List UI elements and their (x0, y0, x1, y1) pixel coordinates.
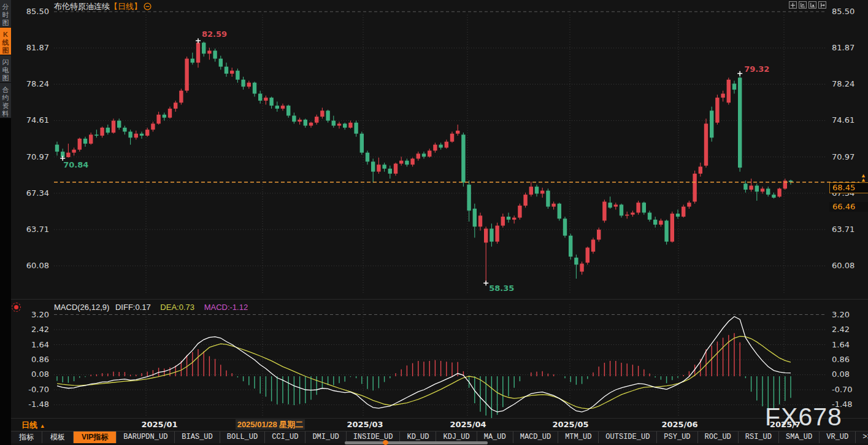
candle-body (597, 230, 601, 239)
candle-body (602, 202, 606, 221)
price-axis-label: 78.24 (21, 79, 49, 88)
candle-body (269, 98, 273, 106)
candle-body (241, 80, 245, 87)
macd-axis-label: 1.64 (21, 340, 49, 349)
candle-body (337, 123, 341, 125)
circle-minus-icon[interactable] (144, 2, 152, 12)
indicator-tab-OUTSIDE_UD[interactable]: OUTSIDE_UD (599, 431, 657, 443)
candle-body (727, 80, 731, 103)
candle-body (620, 204, 623, 215)
indicator-tab-指标[interactable]: 指标 (11, 431, 42, 443)
macd-axis-label: 0.08 (21, 370, 49, 379)
indicator-tab-BOLL_UD[interactable]: BOLL_UD (220, 431, 265, 443)
indicator-tab-BIAS_UD[interactable]: BIAS_UD (175, 431, 220, 443)
candle-body (738, 78, 742, 168)
price-axis-label: 70.97 (832, 152, 855, 161)
chart-canvas[interactable] (0, 0, 868, 445)
candle-body (574, 258, 578, 265)
price-axis-label: 74.61 (21, 115, 49, 125)
indicator-tab-ROC_UD[interactable]: ROC_UD (698, 431, 739, 443)
candle-body (478, 215, 482, 226)
month-axis-label: 2025/05 (552, 420, 588, 429)
candle-body (540, 191, 544, 194)
candle-body (580, 264, 583, 272)
candle-body (191, 59, 194, 63)
candle-body (174, 103, 177, 109)
sidebar: 分 时 图K 线 图闪 电 图合 约 资 料 (0, 0, 11, 445)
indicator-tab->>[interactable]: >> (856, 431, 868, 443)
candle-body (405, 161, 409, 165)
indicator-tab-VR_UD[interactable]: VR_UD (820, 431, 856, 443)
candle-body (151, 123, 155, 130)
candle-body (687, 203, 691, 207)
sidebar-tab-分时图[interactable]: 分 时 图 (0, 0, 11, 28)
candle-body (523, 195, 527, 206)
candle-body (83, 139, 87, 144)
indicator-tab-模板[interactable]: 模板 (42, 431, 74, 443)
candle-body (670, 214, 674, 242)
candle-body (320, 110, 324, 117)
candle-body (450, 134, 454, 142)
indicator-tab-MTM_UD[interactable]: MTM_UD (558, 431, 599, 443)
indicator-tab-CCI_UD[interactable]: CCI_UD (265, 431, 305, 443)
candle-body (156, 115, 160, 124)
macd-axis-label: 0.08 (832, 370, 850, 379)
sidebar-tab-闪电图[interactable]: 闪 电 图 (0, 55, 11, 83)
macd-axis-label: -1.48 (21, 400, 49, 409)
candle-body (66, 153, 70, 157)
candle-body (112, 121, 115, 133)
candle-body (715, 98, 719, 123)
sidebar-tab-K线图[interactable]: K 线 图 (0, 28, 11, 55)
candle-body (648, 212, 651, 219)
indicator-tab-SMA_UD[interactable]: SMA_UD (779, 431, 820, 443)
candle-body (586, 247, 590, 262)
candle-body (614, 204, 618, 206)
live-indicator-icon (12, 303, 21, 312)
candle-body (732, 83, 736, 90)
candle-body (179, 91, 183, 103)
candle-body (693, 174, 696, 202)
candle-body (168, 109, 172, 118)
candle-body (591, 239, 595, 252)
candle-body (128, 131, 132, 137)
sidebar-tab-合约资料[interactable]: 合 约 资 料 (0, 83, 11, 118)
candle-body (761, 188, 764, 192)
candle-body (682, 207, 685, 217)
chevron-up-icon: ▲ (40, 423, 45, 429)
candle-body (326, 110, 329, 120)
candle-body (292, 115, 296, 122)
candle-body (417, 153, 420, 158)
candle-body (546, 191, 550, 207)
indicator-tab-VIP指标[interactable]: VIP指标 (74, 431, 117, 443)
price-axis-label: 81.87 (21, 43, 49, 52)
price-axis-label: 85.50 (21, 7, 49, 16)
candle-body (123, 128, 126, 132)
axis-auto-icon[interactable] (799, 1, 807, 9)
candle-body (315, 117, 318, 123)
candle-body (55, 145, 59, 152)
indicator-tab-MACD_UD[interactable]: MACD_UD (513, 431, 558, 443)
macd-header: MACD(26,12,9) DIFF:0.17 DEA:0.73 MACD:-1… (54, 303, 248, 312)
period-tag: 【日线】 (110, 2, 142, 11)
macd-axis-label: 2.42 (21, 325, 49, 334)
candle-body (343, 123, 347, 128)
candle-body (456, 131, 459, 134)
current-price-label: 68.45 (829, 182, 868, 193)
price-annotation: 79.32 (744, 64, 769, 74)
indicator-tab-RSI_UD[interactable]: RSI_UD (739, 431, 779, 443)
indicator-tab-DMI_UD[interactable]: DMI_UD (305, 431, 346, 443)
period-selector[interactable]: 日线 ▲ (21, 420, 45, 431)
candle-body (360, 134, 364, 153)
candle-body (348, 123, 352, 128)
indicator-tab-PSY_UD[interactable]: PSY_UD (657, 431, 697, 443)
crosshair-icon[interactable] (789, 1, 797, 9)
candle-body (699, 166, 702, 173)
axis-right-icon[interactable] (818, 1, 826, 9)
candle-body (309, 123, 313, 126)
horizontal-scrollbar-thumb[interactable] (345, 441, 488, 444)
macd-axis-label: -0.70 (21, 385, 49, 394)
indicator-tab-BARUPDN_UD[interactable]: BARUPDN_UD (117, 431, 175, 443)
candle-body (777, 188, 781, 196)
axis-left-icon[interactable] (808, 1, 816, 9)
candle-body (410, 158, 414, 164)
